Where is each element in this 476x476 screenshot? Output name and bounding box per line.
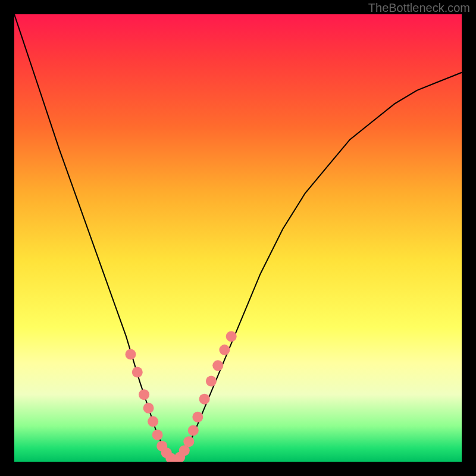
watermark-text: TheBottleneck.com xyxy=(368,1,470,15)
highlight-markers xyxy=(126,331,237,462)
chart-plot-area xyxy=(14,14,462,462)
marker-dot xyxy=(152,430,163,440)
marker-dot xyxy=(226,331,237,342)
chart-svg xyxy=(14,14,462,462)
marker-dot xyxy=(206,376,217,387)
marker-dot xyxy=(139,389,149,400)
marker-dot xyxy=(199,394,210,405)
marker-dot xyxy=(183,436,194,447)
bottleneck-curve xyxy=(14,14,462,462)
marker-dot xyxy=(219,345,230,355)
marker-dot xyxy=(132,367,143,378)
marker-dot xyxy=(143,403,154,414)
marker-dot xyxy=(192,412,203,422)
marker-dot xyxy=(148,416,158,427)
marker-dot xyxy=(126,349,136,360)
curve-path xyxy=(14,14,462,462)
marker-dot xyxy=(188,425,199,436)
marker-dot xyxy=(212,360,223,371)
